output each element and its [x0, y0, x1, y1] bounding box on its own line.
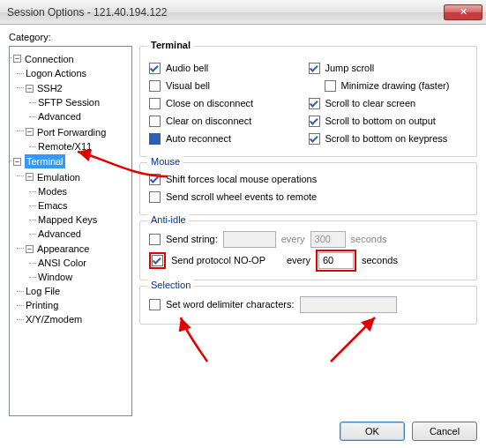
- selection-group: Selection Set word delimiter characters:: [139, 286, 477, 325]
- anti-idle-legend: Anti-idle: [147, 214, 190, 225]
- terminal-group: Terminal Audio bell Visual bell Close on…: [139, 46, 477, 157]
- word-delim-input[interactable]: [300, 296, 397, 313]
- tree-node-log-file[interactable]: Log File: [26, 284, 60, 298]
- clear-on-disconnect-label: Clear on disconnect: [166, 116, 251, 126]
- tree-node-ansi-color[interactable]: ANSI Color: [38, 256, 86, 270]
- tree-node-ssh2-advanced[interactable]: Advanced: [38, 109, 81, 123]
- seconds-label-1: seconds: [351, 234, 387, 244]
- mouse-group: Mouse Shift forces local mouse operation…: [139, 162, 477, 215]
- send-string-interval-input[interactable]: [310, 231, 346, 248]
- tree-node-remote-x11[interactable]: Remote/X11: [38, 139, 92, 153]
- dialog-buttons: OK Cancel: [9, 422, 477, 441]
- close-button[interactable]: ✕: [444, 4, 482, 20]
- close-on-disconnect-label: Close on disconnect: [166, 98, 253, 108]
- title-bar: Session Options - 121.40.194.122 ✕: [0, 0, 486, 25]
- annotation-box-interval: [316, 250, 356, 272]
- auto-reconnect-checkbox[interactable]: [149, 133, 161, 145]
- send-string-checkbox[interactable]: [149, 234, 161, 245]
- scroll-output-checkbox[interactable]: [309, 116, 320, 127]
- expander-icon[interactable]: −: [13, 158, 21, 166]
- tree-node-window[interactable]: Window: [38, 270, 72, 284]
- tree-node-appearance[interactable]: − Appearance: [26, 242, 89, 256]
- scroll-keypress-checkbox[interactable]: [309, 133, 320, 145]
- audio-bell-checkbox[interactable]: [149, 63, 161, 74]
- anti-idle-group: Anti-idle Send string: every seconds Sen…: [139, 220, 477, 280]
- scroll-keypress-label: Scroll to bottom on keypress: [325, 133, 448, 144]
- tree-node-emacs[interactable]: Emacs: [38, 198, 68, 213]
- tree-node-mapped-keys[interactable]: Mapped Keys: [38, 213, 97, 227]
- send-string-input[interactable]: [223, 231, 276, 248]
- tree-node-modes[interactable]: Modes: [38, 184, 67, 198]
- minimize-drawing-label: Minimize drawing (faster): [341, 80, 450, 91]
- ok-button[interactable]: OK: [340, 422, 405, 441]
- protocol-noop-checkbox[interactable]: [152, 255, 163, 266]
- visual-bell-label: Visual bell: [166, 80, 210, 91]
- word-delim-label: Set word delimiter characters:: [166, 299, 295, 310]
- selection-legend: Selection: [147, 280, 194, 290]
- jump-scroll-checkbox[interactable]: [309, 63, 320, 74]
- protocol-noop-label: Send protocol NO-OP: [171, 255, 265, 265]
- every-label-1: every: [281, 234, 305, 244]
- word-delim-checkbox[interactable]: [149, 299, 161, 310]
- expander-icon[interactable]: −: [26, 85, 34, 93]
- tree-node-sftp-session[interactable]: SFTP Session: [38, 95, 100, 109]
- close-icon: ✕: [460, 6, 467, 18]
- expander-icon[interactable]: −: [26, 245, 34, 253]
- scroll-output-label: Scroll to bottom on output: [325, 116, 436, 126]
- category-label: Category:: [9, 32, 477, 42]
- settings-panel: Terminal Audio bell Visual bell Close on…: [139, 46, 477, 416]
- auto-reconnect-label: Auto reconnect: [166, 133, 231, 144]
- tree-node-emu-advanced[interactable]: Advanced: [38, 227, 81, 241]
- clear-on-disconnect-checkbox[interactable]: [149, 116, 161, 127]
- tree-node-terminal[interactable]: − Terminal: [13, 154, 65, 168]
- shift-local-checkbox[interactable]: [149, 174, 161, 185]
- tree-node-port-forwarding[interactable]: − Port Forwarding: [26, 125, 106, 139]
- every-label-2: every: [287, 255, 310, 265]
- window-title: Session Options - 121.40.194.122: [7, 6, 167, 19]
- close-on-disconnect-checkbox[interactable]: [149, 98, 161, 109]
- shift-local-label: Shift forces local mouse operations: [166, 174, 317, 184]
- audio-bell-label: Audio bell: [166, 63, 208, 73]
- category-tree[interactable]: − Connection Logon Actions − SSH2 SFTP S…: [9, 46, 132, 416]
- jump-scroll-label: Jump scroll: [325, 63, 375, 73]
- expander-icon[interactable]: −: [26, 173, 34, 181]
- send-wheel-checkbox[interactable]: [149, 191, 161, 203]
- send-wheel-label: Send scroll wheel events to remote: [166, 191, 317, 202]
- expander-icon[interactable]: −: [13, 55, 21, 63]
- tree-node-logon-actions[interactable]: Logon Actions: [26, 66, 86, 80]
- tree-node-xyzmodem[interactable]: X/Y/Zmodem: [26, 312, 82, 326]
- mouse-legend: Mouse: [147, 156, 183, 167]
- tree-node-printing[interactable]: Printing: [26, 298, 58, 312]
- seconds-label-2: seconds: [362, 255, 398, 265]
- tree-node-connection[interactable]: − Connection: [13, 52, 74, 66]
- expander-icon[interactable]: −: [26, 128, 34, 136]
- scroll-clear-label: Scroll to clear screen: [325, 98, 416, 108]
- tree-node-ssh2[interactable]: − SSH2: [26, 81, 63, 95]
- annotation-box-checkbox: [149, 252, 166, 269]
- scroll-clear-checkbox[interactable]: [309, 98, 320, 109]
- noop-interval-input[interactable]: [318, 252, 354, 269]
- cancel-button[interactable]: Cancel: [412, 422, 477, 441]
- send-string-label: Send string:: [166, 234, 218, 244]
- tree-node-emulation[interactable]: − Emulation: [26, 170, 80, 184]
- terminal-legend: Terminal: [147, 40, 194, 50]
- minimize-drawing-checkbox[interactable]: [325, 80, 336, 92]
- visual-bell-checkbox[interactable]: [149, 80, 161, 92]
